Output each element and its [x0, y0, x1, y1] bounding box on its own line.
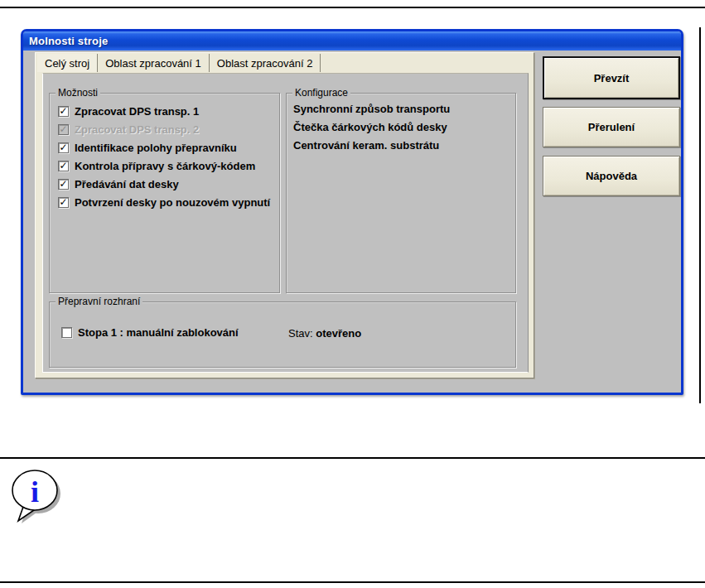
- tab-strip: Celý stroj Oblast zpracování 1 Oblast zp…: [37, 54, 321, 72]
- checkbox-option-zpracovat-dps-1[interactable]: ✓ Zpracovat DPS transp. 1: [58, 106, 279, 117]
- status-text: Stav: otevřeno: [288, 327, 361, 340]
- status-label: Stav:: [288, 327, 313, 340]
- horizontal-rule-top: [0, 7, 705, 8]
- help-button[interactable]: Nápověda: [543, 156, 680, 196]
- tab-oblast-zpracovani-1[interactable]: Oblast zpracování 1: [98, 54, 210, 72]
- config-item: Synchronní způsob transportu: [293, 100, 515, 118]
- group-moznosti: Možnosti ✓ Zpracovat DPS transp. 1 ✓ Zpr…: [49, 93, 280, 293]
- check-icon: ✓: [59, 125, 67, 134]
- dialog-window: Molnosti stroje Celý stroj Oblast zpraco…: [21, 29, 683, 395]
- checkbox-option-kontrola-pripravy[interactable]: ✓ Kontrola přípravy s čárkový-kódem: [58, 161, 279, 171]
- checkbox[interactable]: ✓: [58, 179, 69, 190]
- document-page: Molnosti stroje Celý stroj Oblast zpraco…: [0, 0, 705, 588]
- checkbox-label: Zpracovat DPS transp. 2: [75, 123, 199, 136]
- checkbox: ✓: [58, 124, 69, 135]
- checkbox-option-zpracovat-dps-2: ✓ Zpracovat DPS transp. 2: [58, 124, 279, 135]
- checkbox-option-potvrzeni-desky[interactable]: ✓ Potvrzení desky po nouzovém vypnutí: [58, 197, 279, 208]
- tab-cely-stroj[interactable]: Celý stroj: [37, 54, 98, 72]
- check-icon: ✓: [59, 180, 67, 189]
- apply-button[interactable]: Převzít: [543, 56, 680, 99]
- checkbox[interactable]: ✓: [58, 142, 69, 153]
- svg-text:i: i: [31, 475, 39, 508]
- dialog-title: Molnosti stroje: [29, 35, 108, 47]
- group-konfigurace-label: Konfigurace: [292, 88, 350, 99]
- abort-button[interactable]: Přerulení: [543, 107, 680, 147]
- vertical-rule-right: [699, 27, 701, 403]
- group-konfigurace: Konfigurace Synchronní způsob transportu…: [286, 93, 516, 293]
- status-value: otevřeno: [316, 327, 361, 340]
- checkbox[interactable]: ✓: [58, 161, 69, 171]
- checkbox[interactable]: ✓: [61, 327, 72, 338]
- check-icon: ✓: [59, 161, 67, 171]
- checkbox-label: Stopa 1 : manuální zablokování: [78, 326, 239, 339]
- info-speech-bubble-icon: i: [7, 469, 65, 525]
- group-prepravni-label: Přepravní rozhraní: [56, 296, 142, 307]
- horizontal-rule-bottom: [0, 581, 705, 583]
- check-icon: ✓: [59, 143, 67, 152]
- dialog-titlebar[interactable]: Molnosti stroje: [23, 31, 681, 51]
- tab-page: Možnosti ✓ Zpracovat DPS transp. 1 ✓ Zpr…: [42, 73, 529, 373]
- checkbox-label: Identifikace polohy přepravníku: [75, 142, 237, 154]
- tab-control: Celý stroj Oblast zpracování 1 Oblast zp…: [35, 52, 534, 378]
- checkbox-label: Předávání dat desky: [75, 178, 179, 190]
- checkbox-label: Kontrola přípravy s čárkový-kódem: [75, 160, 255, 172]
- horizontal-rule-middle: [0, 457, 705, 459]
- checkbox[interactable]: ✓: [58, 106, 69, 117]
- config-item: Centrování keram. substrátu: [293, 137, 515, 155]
- check-icon: ✓: [59, 107, 67, 116]
- group-prepravni-rozhrani: Přepravní rozhraní ✓ Stopa 1 : manuální …: [49, 301, 516, 368]
- tab-oblast-zpracovani-2[interactable]: Oblast zpracování 2: [210, 54, 321, 72]
- checkbox-label: Zpracovat DPS transp. 1: [75, 105, 199, 118]
- check-icon: ✓: [59, 198, 67, 207]
- checkbox-option-identifikace-polohy[interactable]: ✓ Identifikace polohy přepravníku: [58, 142, 279, 153]
- group-moznosti-label: Možnosti: [56, 88, 100, 99]
- checkbox-option-predavani-dat[interactable]: ✓ Předávání dat desky: [58, 179, 279, 190]
- checkbox-label: Potvrzení desky po nouzovém vypnutí: [75, 196, 270, 209]
- dialog-body: Celý stroj Oblast zpracování 1 Oblast zp…: [23, 51, 681, 393]
- checkbox[interactable]: ✓: [58, 197, 69, 208]
- config-item: Čtečka čárkových kódů desky: [293, 118, 515, 137]
